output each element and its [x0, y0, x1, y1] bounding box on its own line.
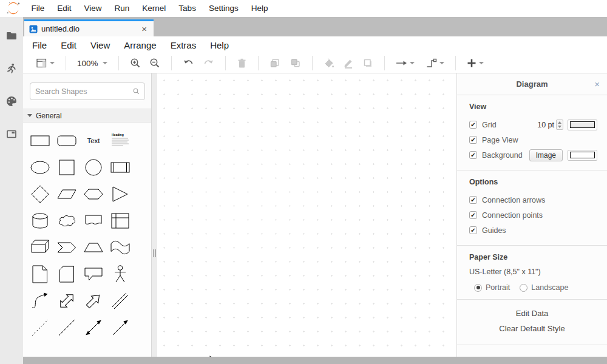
- jupyter-menu-edit[interactable]: Edit: [51, 0, 78, 17]
- shape-bidirectional-arrow[interactable]: [53, 288, 80, 314]
- shape-curve[interactable]: [27, 288, 53, 314]
- shape-line[interactable]: [53, 314, 80, 341]
- to-back-button[interactable]: [287, 58, 304, 69]
- shape-bidirectional-connector[interactable]: [80, 314, 107, 341]
- stepper-up-icon[interactable]: [558, 121, 561, 124]
- zoom-in-button[interactable]: [127, 58, 143, 69]
- collapse-handle-icon[interactable]: [153, 249, 156, 257]
- shape-document[interactable]: [80, 207, 107, 234]
- shape-internal-storage[interactable]: [107, 207, 134, 234]
- shape-tape[interactable]: [107, 234, 134, 261]
- sidebar-resize-strip[interactable]: [152, 73, 157, 357]
- edit-data-button[interactable]: Edit Data: [457, 306, 607, 321]
- file-browser-icon[interactable]: [0, 22, 23, 50]
- drawio-toolbar: 100%: [23, 53, 607, 73]
- shape-actor[interactable]: [107, 261, 134, 288]
- landscape-radio[interactable]: [520, 284, 527, 292]
- shape-diamond[interactable]: [27, 181, 53, 207]
- line-color-button[interactable]: [341, 58, 356, 69]
- shape-dashed-line[interactable]: [27, 314, 53, 341]
- zoom-level-dropdown[interactable]: 100%: [75, 59, 110, 68]
- clear-default-style-button[interactable]: Clear Default Style: [457, 321, 607, 336]
- grid-size-value[interactable]: 10 pt: [537, 121, 554, 129]
- drawio-menu-help[interactable]: Help: [210, 40, 229, 50]
- shape-ellipse[interactable]: [27, 154, 53, 181]
- diagram-canvas[interactable]: [157, 73, 456, 357]
- shape-callout[interactable]: [80, 261, 107, 288]
- search-shapes-input[interactable]: [35, 87, 133, 96]
- shape-triangle[interactable]: [107, 181, 134, 207]
- jupyter-menu-help[interactable]: Help: [245, 0, 274, 17]
- search-shapes-box[interactable]: [30, 83, 145, 100]
- drawio-menu-extras[interactable]: Extras: [171, 40, 197, 50]
- running-sessions-icon[interactable]: [0, 55, 23, 83]
- shape-rectangle[interactable]: [27, 127, 53, 154]
- drawio-menu-file[interactable]: File: [32, 40, 47, 50]
- shape-textbox[interactable]: Heading: [107, 127, 134, 154]
- jupyter-menu-settings[interactable]: Settings: [202, 0, 245, 17]
- open-tabs-icon[interactable]: [0, 120, 23, 148]
- grid-checkbox[interactable]: [469, 121, 477, 129]
- shape-rounded-rectangle[interactable]: [53, 127, 80, 154]
- shape-card[interactable]: [53, 261, 80, 288]
- shape-link[interactable]: [107, 288, 134, 314]
- shape-directional-connector[interactable]: [107, 314, 134, 341]
- image-file-icon: [29, 25, 38, 33]
- tab-close-icon[interactable]: ×: [140, 24, 149, 34]
- page-view-button[interactable]: [33, 58, 57, 69]
- grid-size-stepper[interactable]: [556, 120, 563, 130]
- shadow-button[interactable]: [360, 58, 376, 69]
- chevron-down-icon: [410, 62, 415, 64]
- shape-hexagon[interactable]: [80, 181, 107, 207]
- connection-button[interactable]: [393, 59, 417, 67]
- paper-size-value[interactable]: US-Letter (8,5" x 11"): [469, 268, 597, 276]
- shape-step[interactable]: [53, 234, 80, 261]
- shape-note[interactable]: [27, 261, 53, 288]
- drawio-menu-arrange[interactable]: Arrange: [124, 40, 156, 50]
- commands-palette-icon[interactable]: [0, 87, 23, 115]
- guides-checkbox[interactable]: [469, 226, 477, 234]
- stepper-down-icon[interactable]: [558, 126, 561, 128]
- background-checkbox[interactable]: [469, 151, 477, 159]
- jupyter-menubar-container: FileEditViewRunKernelTabsSettingsHelp: [0, 0, 607, 17]
- connection-points-checkbox[interactable]: [469, 211, 477, 219]
- toolbar-separator: [66, 56, 66, 70]
- zoom-out-button[interactable]: [147, 58, 163, 69]
- fill-color-button[interactable]: [321, 58, 337, 69]
- page-view-checkbox[interactable]: [469, 136, 477, 144]
- background-color-button[interactable]: [568, 150, 597, 161]
- shape-square[interactable]: [53, 154, 80, 181]
- shape-trapezoid[interactable]: [80, 234, 107, 261]
- section-general[interactable]: General: [23, 109, 151, 123]
- jupyter-menu-tabs[interactable]: Tabs: [172, 0, 203, 17]
- shape-text[interactable]: Text: [80, 127, 107, 154]
- shape-cloud[interactable]: [53, 207, 80, 234]
- drawio-menu-view[interactable]: View: [90, 40, 110, 50]
- view-section: View Grid 10 pt Page View Ba: [457, 95, 607, 170]
- undo-button[interactable]: [180, 58, 197, 69]
- waypoints-button[interactable]: [424, 58, 447, 68]
- delete-button[interactable]: [234, 58, 249, 69]
- landscape-label: Landscape: [531, 283, 568, 292]
- close-icon[interactable]: ×: [594, 79, 600, 89]
- grid-color-button[interactable]: [568, 120, 597, 130]
- shape-parallelogram[interactable]: [53, 181, 80, 207]
- shape-circle[interactable]: [80, 154, 107, 181]
- shape-cylinder[interactable]: [27, 207, 53, 234]
- shape-arrow[interactable]: [80, 288, 107, 314]
- to-front-button[interactable]: [267, 58, 283, 69]
- connection-arrows-checkbox[interactable]: [469, 196, 477, 204]
- jupyter-menu-kernel[interactable]: Kernel: [136, 0, 172, 17]
- tab-untitled-dio[interactable]: untitled.dio ×: [24, 19, 154, 36]
- insert-button[interactable]: [464, 58, 486, 68]
- jupyter-menu-run[interactable]: Run: [108, 0, 136, 17]
- jupyter-menu-view[interactable]: View: [78, 0, 108, 17]
- portrait-radio[interactable]: [474, 284, 482, 292]
- shape-cube[interactable]: [27, 234, 53, 261]
- chevron-down-icon: [27, 114, 32, 117]
- jupyter-menu-file[interactable]: File: [25, 0, 51, 17]
- shape-process[interactable]: [107, 154, 134, 181]
- redo-button[interactable]: [200, 58, 217, 69]
- background-image-button[interactable]: Image: [529, 149, 563, 161]
- drawio-menu-edit[interactable]: Edit: [61, 40, 76, 50]
